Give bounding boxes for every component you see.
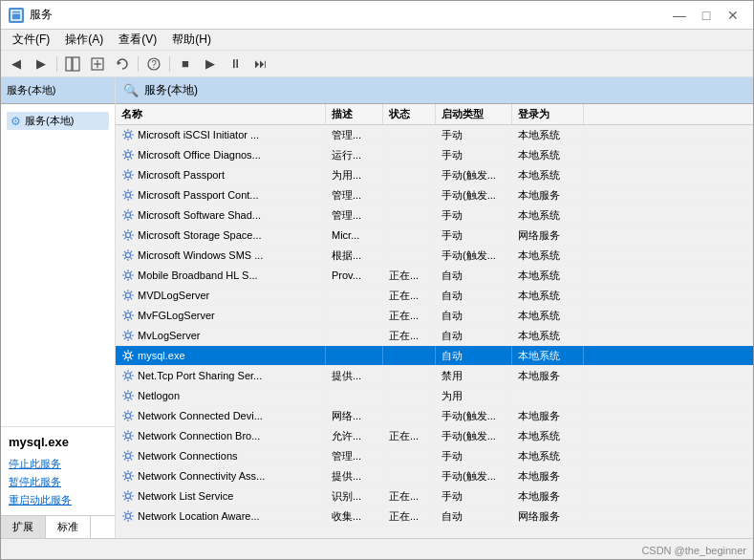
table-row[interactable]: Network Connections 管理...手动本地系统 [116, 446, 753, 466]
service-status-cell [383, 366, 436, 385]
service-logon-cell: 本地系统 [512, 266, 584, 285]
table-row[interactable]: MvLogServer 正在...自动本地系统 [116, 326, 753, 346]
service-status-cell [383, 145, 436, 164]
svg-point-18 [126, 293, 131, 298]
up-button[interactable] [86, 54, 109, 75]
service-name-cell: mysql.exe [116, 346, 326, 365]
service-name-cell: Network Connection Bro... [116, 426, 326, 445]
table-row[interactable]: Microsoft iSCSI Initiator ... 管理...手动本地系… [116, 125, 753, 145]
table-row[interactable]: Mobile Broadband HL S... Prov...正在...自动本… [116, 266, 753, 286]
menu-view[interactable]: 查看(V) [111, 30, 164, 50]
col-startup[interactable]: 启动类型 [436, 104, 512, 124]
table-row[interactable]: Network Connectivity Ass... 提供...手动(触发..… [116, 466, 753, 486]
service-name-cell: Microsoft Windows SMS ... [116, 246, 326, 265]
service-desc-cell: 根据... [326, 246, 383, 265]
service-logon-cell: 网络服务 [512, 506, 584, 526]
service-status-cell: 正在... [383, 326, 436, 345]
service-startup-cell: 手动(触发... [436, 406, 512, 425]
service-status-cell: 正在... [383, 306, 436, 325]
svg-point-16 [126, 253, 131, 258]
table-row[interactable]: Network Connected Devi... 网络...手动(触发...本… [116, 406, 753, 426]
svg-point-26 [126, 454, 131, 459]
title-bar: 服务 — □ ✕ [1, 1, 753, 30]
svg-point-17 [126, 273, 131, 278]
table-row[interactable]: MVDLogServer 正在...自动本地系统 [116, 286, 753, 306]
service-desc-cell: 网络... [326, 406, 383, 425]
show-hide-button[interactable] [61, 54, 84, 75]
service-desc-cell: 提供... [326, 366, 383, 385]
service-status-cell: 正在... [383, 506, 436, 526]
minimize-button[interactable]: — [667, 6, 692, 25]
service-startup-cell: 手动(触发... [436, 246, 512, 265]
table-row[interactable]: Microsoft Office Diagnos... 运行...手动本地系统 [116, 145, 753, 165]
svg-point-22 [126, 374, 131, 378]
service-desc-cell [326, 326, 383, 345]
left-panel-header: 服务(本地) [1, 77, 115, 104]
table-row[interactable]: Microsoft Software Shad... 管理...手动本地系统 [116, 205, 753, 226]
svg-point-15 [126, 233, 131, 238]
close-button[interactable]: ✕ [721, 6, 745, 25]
service-logon-cell: 本地系统 [512, 326, 584, 345]
table-row[interactable]: Netlogon 为用 [116, 386, 753, 406]
service-desc-cell: 提供... [326, 466, 383, 485]
tree-item-local-services[interactable]: ⚙ 服务(本地) [7, 112, 109, 130]
svg-point-28 [126, 494, 131, 499]
table-header: 名称 描述 状态 启动类型 登录为 [116, 104, 753, 125]
table-row[interactable]: Network Connection Bro... 允许...正在...手动(触… [116, 426, 753, 446]
help-button[interactable]: ? [142, 54, 165, 75]
service-status-cell: 正在... [383, 426, 436, 445]
table-body: Microsoft iSCSI Initiator ... 管理...手动本地系… [116, 125, 753, 527]
tab-expand[interactable]: 扩展 [1, 516, 46, 538]
table-row[interactable]: Network Location Aware... 收集...正在...自动网络… [116, 506, 753, 527]
play-button[interactable]: ▶ [199, 54, 222, 75]
table-row[interactable]: Microsoft Storage Space... Micr...手动网络服务 [116, 226, 753, 246]
service-startup-cell: 手动 [436, 486, 512, 506]
services-table[interactable]: 名称 描述 状态 启动类型 登录为 Microsoft iSCSI Initia… [116, 104, 753, 538]
col-desc[interactable]: 描述 [326, 104, 383, 124]
svg-point-19 [126, 313, 131, 318]
col-status[interactable]: 状态 [383, 104, 436, 124]
menu-help[interactable]: 帮助(H) [164, 30, 219, 50]
service-logon-cell: 本地系统 [512, 446, 584, 465]
service-desc-cell: 管理... [326, 125, 383, 144]
main-content: 服务(本地) ⚙ 服务(本地) mysql.exe 停止此服务 暂停此服务 重启… [1, 77, 753, 538]
tab-standard[interactable]: 标准 [46, 516, 91, 538]
svg-point-13 [126, 193, 131, 198]
separator-3 [169, 56, 170, 72]
service-desc-cell [326, 286, 383, 305]
table-row[interactable]: Net.Tcp Port Sharing Ser... 提供...禁用本地服务 [116, 366, 753, 386]
restart-service-link[interactable]: 重启动此服务 [9, 493, 107, 507]
search-icon: 🔍 [123, 83, 139, 97]
table-row[interactable]: mysql.exe 自动本地系统 [116, 346, 753, 366]
service-name-cell: MvFGLogServer [116, 306, 326, 325]
forward-button[interactable]: ▶ [30, 54, 53, 75]
table-row[interactable]: Microsoft Passport Cont... 管理...手动(触发...… [116, 185, 753, 205]
table-row[interactable]: Network List Service 识别...正在...手动本地服务 [116, 486, 753, 506]
service-desc-cell: 识别... [326, 486, 383, 506]
back-button[interactable]: ◀ [5, 54, 28, 75]
maximize-button[interactable]: □ [694, 6, 719, 25]
service-name-cell: MVDLogServer [116, 286, 326, 305]
stop-service-link[interactable]: 停止此服务 [9, 457, 107, 471]
table-row[interactable]: Microsoft Windows SMS ... 根据...手动(触发...本… [116, 246, 753, 266]
service-name-cell: Mobile Broadband HL S... [116, 266, 326, 285]
svg-point-14 [126, 213, 131, 218]
menu-action[interactable]: 操作(A) [57, 30, 111, 50]
table-row[interactable]: MvFGLogServer 正在...自动本地系统 [116, 306, 753, 326]
stop-button[interactable]: ■ [174, 54, 197, 75]
menu-file[interactable]: 文件(F) [5, 30, 57, 50]
table-row[interactable]: Microsoft Passport 为用...手动(触发...本地系统 [116, 165, 753, 185]
pause-service-link[interactable]: 暂停此服务 [9, 475, 107, 489]
service-logon-cell: 本地服务 [512, 185, 584, 205]
col-logon[interactable]: 登录为 [512, 104, 584, 124]
right-panel-header: 🔍 服务(本地) [116, 77, 753, 104]
col-name[interactable]: 名称 [116, 104, 326, 124]
svg-rect-3 [73, 57, 79, 71]
service-name-cell: Network Connected Devi... [116, 406, 326, 425]
restart-button[interactable]: ⏭ [248, 54, 271, 75]
pause-button[interactable]: ⏸ [224, 54, 247, 75]
service-desc-cell: 为用... [326, 165, 383, 184]
service-logon-cell: 本地系统 [512, 246, 584, 265]
service-startup-cell: 自动 [436, 266, 512, 285]
refresh-button[interactable] [111, 54, 134, 75]
